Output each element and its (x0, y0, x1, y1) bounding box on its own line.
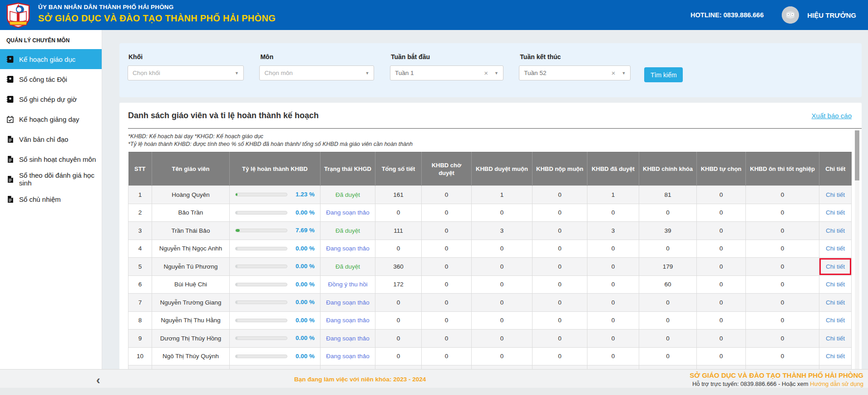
cell-teacher-name: Trần Thái Bảo (152, 222, 230, 240)
app-header: ỦY BAN NHÂN DÂN THÀNH PHỐ HẢI PHÒNG SỞ G… (0, 0, 868, 30)
cell-value: 0 (639, 240, 697, 258)
cell-stt: 3 (128, 222, 152, 240)
detail-link[interactable]: Chi tiết (826, 263, 845, 270)
detail-link[interactable]: Chi tiết (826, 299, 845, 306)
file-text-icon (6, 155, 14, 163)
cell-value: 0 (375, 365, 422, 370)
cell-value: 0 (697, 275, 746, 294)
cell-value: 0 (697, 330, 746, 348)
sidebar-item[interactable]: Sổ theo dõi đánh giá học sinh (0, 169, 102, 189)
export-report-link[interactable]: Xuất báo cáo (812, 112, 852, 120)
cell-status: Đang soạn thảo (321, 347, 375, 365)
detail-link[interactable]: Chi tiết (826, 227, 845, 234)
sidebar-collapse-button[interactable]: ‹ (96, 373, 100, 387)
sidebar-item[interactable]: Kế hoạch giảng dạy (0, 109, 102, 129)
cell-teacher-name: Hoàng Quyên (152, 186, 230, 204)
avatar[interactable] (782, 6, 799, 24)
cell-value: 0 (533, 240, 587, 258)
user-role[interactable]: HIỆU TRƯỞNG (807, 11, 856, 19)
detail-link[interactable]: Chi tiết (826, 335, 845, 342)
column-header: KHBD tự chọn (697, 152, 746, 186)
filter-label: Tuần kết thúc (520, 53, 631, 60)
cell-value: 0 (422, 222, 472, 240)
cell-value: 0 (587, 294, 639, 312)
cell-value: 0 (639, 330, 697, 348)
detail-link[interactable]: Chi tiết (826, 245, 845, 252)
column-header: Tỷ lệ hoàn thành KHBD (230, 152, 321, 186)
progress-label: 0.00 % (296, 312, 315, 330)
table-row: 1 Hoàng Quyên 1.23 % Đã duyệt 1610101810… (128, 186, 852, 204)
cell-value: 0 (639, 311, 697, 330)
file-text-icon (6, 195, 14, 203)
clear-icon[interactable]: × (612, 70, 616, 76)
cell-value: 0 (746, 186, 819, 204)
org-line2: SỞ GIÁO DỤC VÀ ĐÀO TẠO THÀNH PHỐ HẢI PHÒ… (38, 13, 276, 24)
filter-select[interactable]: Chọn môn ▼ (259, 65, 374, 80)
filter-select[interactable]: Tuần 1 × ▼ (390, 65, 503, 80)
file-text-icon (6, 175, 14, 183)
cell-stt: 5 (128, 258, 152, 276)
cell-value: 0 (472, 240, 533, 258)
cell-value: 0 (533, 204, 587, 222)
progress-bar (235, 319, 287, 322)
sidebar-item[interactable]: Sổ sinh hoạt chuyên môn (0, 149, 102, 169)
cell-detail: Chi tiết (819, 311, 852, 330)
column-header: KHBD ôn thi tốt nghiệp (746, 152, 819, 186)
detail-link[interactable]: Chi tiết (826, 317, 845, 324)
cell-teacher-name: Nguyễn Thị Ngọc Anhh (152, 240, 230, 258)
progress-bar (235, 283, 287, 286)
sidebar-nav: Kế hoạch giáo dục Sổ công tác Đội Sổ ghi… (0, 49, 102, 209)
cell-value: 0 (746, 365, 819, 370)
cell-value: 0 (422, 275, 472, 294)
filter-label: Tuần bắt đầu (391, 53, 503, 60)
address-book-icon (6, 95, 14, 103)
detail-link[interactable]: Chi tiết (826, 353, 845, 360)
chevron-down-icon: ▼ (621, 71, 626, 75)
scrollbar-thumb[interactable] (855, 130, 859, 180)
sidebar-item[interactable]: Sổ chủ nhiệm (0, 189, 102, 209)
cell-completion-rate: 1.23 % (230, 186, 321, 204)
address-book-icon (6, 55, 14, 63)
sidebar-item[interactable]: Văn bản chỉ đạo (0, 129, 102, 149)
cell-value: 0 (587, 347, 639, 365)
address-book-icon (6, 75, 14, 83)
sidebar-item[interactable]: Sổ ghi chép dự giờ (0, 89, 102, 109)
progress-label: 0.00 % (296, 365, 315, 369)
cell-value: 0 (472, 330, 533, 348)
filter-select[interactable]: Chọn khối ▼ (128, 65, 244, 80)
cell-value: 0 (697, 294, 746, 312)
detail-link[interactable]: Chi tiết (826, 209, 845, 216)
chevron-down-icon: ▼ (494, 71, 498, 75)
table-scrollbar[interactable] (855, 129, 859, 369)
cell-status: Đồng ý thu hồi (321, 275, 375, 294)
main-content: Khối Chọn khối ▼ Môn Chọn môn ▼ Tuần bắt… (102, 30, 868, 369)
search-button[interactable]: Tìm kiếm (644, 67, 683, 82)
filter-select[interactable]: Tuần 52 × ▼ (519, 65, 631, 80)
cell-detail: Chi tiết (819, 330, 852, 348)
cell-value: 0 (472, 347, 533, 365)
cell-status: Đang soạn thảo (321, 204, 375, 222)
sidebar: QUẢN LÝ CHUYÊN MÔN Kế hoạch giáo dục Sổ … (0, 30, 102, 369)
detail-link[interactable]: Chi tiết (826, 281, 845, 288)
cell-value: 179 (639, 258, 697, 276)
cell-value: 0 (533, 258, 587, 276)
cell-teacher-name: Nguyễn Tú Phương (152, 258, 230, 276)
sidebar-item[interactable]: Kế hoạch giáo dục (0, 49, 102, 69)
column-header: STT (128, 152, 152, 186)
sidebar-item[interactable]: Sổ công tác Đội (0, 69, 102, 89)
cell-value: 0 (746, 258, 819, 276)
cell-value: 0 (587, 204, 639, 222)
cell-detail: Chi tiết (819, 204, 852, 222)
progress-bar (235, 229, 287, 232)
cell-value: 0 (746, 330, 819, 348)
cell-detail: Chi tiết (819, 258, 852, 276)
cell-value: 0 (375, 294, 422, 312)
cell-value: 0 (697, 347, 746, 365)
detail-link[interactable]: Chi tiết (826, 191, 845, 198)
chevron-down-icon: ▼ (365, 71, 370, 75)
user-guide-link[interactable]: Hướng dẫn sử dụng (810, 380, 863, 387)
cell-value: 0 (533, 222, 587, 240)
cell-detail: Chi tiết (819, 222, 852, 240)
calendar-check-icon (6, 115, 14, 123)
clear-icon[interactable]: × (484, 70, 488, 76)
